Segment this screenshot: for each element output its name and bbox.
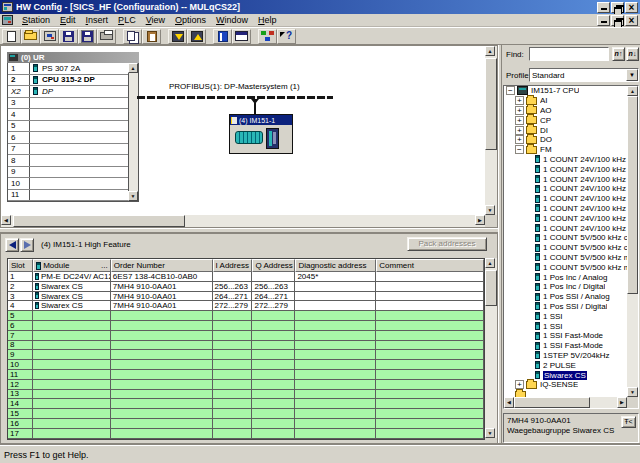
tree-item-1-count-24v-100-khz-cou[interactable]: 1 COUNT 24V/100 kHz cou <box>504 174 627 184</box>
table-row-slot-2[interactable]: 2Siwarex CS7MH4 910-0AA01256...263256...… <box>8 282 484 292</box>
download-button[interactable] <box>168 29 187 44</box>
table-row-slot-17[interactable]: 17 <box>8 429 484 439</box>
scroll-left-icon[interactable]: ◀ <box>504 397 514 408</box>
tree-item-1-count-24v-100-khz-me[interactable]: 1 COUNT 24V/100 kHz me <box>504 204 627 214</box>
expand-plus-icon[interactable]: + <box>515 106 524 115</box>
scroll-down-icon[interactable]: ▼ <box>627 387 638 397</box>
catalog-info-toggle-button[interactable]: Ŧ< <box>621 416 636 428</box>
table-row-slot-8[interactable]: 8 <box>8 341 484 351</box>
scroll-right-icon[interactable]: ▶ <box>617 397 627 408</box>
child-minimize-button[interactable] <box>597 15 610 26</box>
tree-item-1-ssi[interactable]: 1 SSI <box>504 311 627 321</box>
tree-item-im151-7-cpu[interactable]: −IM151-7 CPU <box>504 86 627 96</box>
restore-button[interactable] <box>611 2 624 13</box>
upper-horizontal-scrollbar[interactable]: ◀ ▶ <box>1 215 485 227</box>
copy-button[interactable] <box>123 29 142 44</box>
column-header-order-number[interactable]: Order Number <box>111 259 213 272</box>
rack-row-1[interactable]: 1PS 307 2A <box>8 63 128 75</box>
rack-row-7[interactable]: 7 <box>8 144 128 156</box>
scroll-up-icon[interactable]: ▲ <box>485 46 495 56</box>
open-button[interactable] <box>21 29 40 44</box>
scroll-down-icon[interactable]: ▼ <box>485 205 495 215</box>
rack-row-9[interactable]: 9 <box>8 167 128 179</box>
print-button[interactable] <box>97 29 116 44</box>
table-row-slot-9[interactable]: 9 <box>8 350 484 360</box>
menu-station[interactable]: Station <box>17 15 55 25</box>
tree-vertical-scrollbar[interactable]: ▲ ▼ <box>627 86 638 397</box>
tree-item-partial[interactable] <box>504 390 627 397</box>
next-slave-button[interactable] <box>20 238 34 252</box>
table-row-slot-15[interactable]: 15 <box>8 409 484 419</box>
table-row-slot-10[interactable]: 10 <box>8 360 484 370</box>
table-row-slot-11[interactable]: 11 <box>8 370 484 380</box>
tree-item-1step-5v-204khz[interactable]: 1STEP 5V/204kHz <box>504 351 627 361</box>
rack-scrollbar[interactable]: ▲ ▼ <box>128 63 138 201</box>
menu-help[interactable]: Help <box>253 15 282 25</box>
save-button[interactable] <box>59 29 78 44</box>
table-row-slot-13[interactable]: 13 <box>8 390 484 400</box>
expand-plus-icon[interactable]: + <box>515 116 524 125</box>
expand-plus-icon[interactable]: + <box>515 135 524 144</box>
table-row-slot-16[interactable]: 16 <box>8 419 484 429</box>
collapse-minus-icon[interactable]: − <box>506 86 515 95</box>
tree-item-1-count-24v-100-khz-me[interactable]: 1 COUNT 24V/100 kHz me <box>504 194 627 204</box>
tree-item-fm[interactable]: −FM <box>504 145 627 155</box>
menu-edit[interactable]: Edit <box>55 15 81 25</box>
tree-item-1-count-24v-100-khz-me[interactable]: 1 COUNT 24V/100 kHz me <box>504 213 627 223</box>
station-open-button[interactable] <box>40 29 59 44</box>
scrollbar-thumb[interactable] <box>627 96 638 294</box>
tree-item-1-count-5v-500-khz-mea[interactable]: 1 COUNT 5V/500 kHz mea <box>504 262 627 272</box>
table-row-slot-6[interactable]: 6 <box>8 321 484 331</box>
tree-item-1-count-5v-500-khz-cou[interactable]: 1 COUNT 5V/500 kHz cou <box>504 243 627 253</box>
network-button[interactable] <box>258 29 277 44</box>
menu-options[interactable]: Options <box>170 15 211 25</box>
scroll-up-icon[interactable]: ▲ <box>627 86 638 96</box>
collapse-minus-icon[interactable]: − <box>515 145 524 154</box>
table-vertical-scrollbar[interactable]: ▲ ▼ <box>485 258 497 438</box>
table-row-slot-7[interactable]: 7 <box>8 331 484 341</box>
scrollbar-thumb[interactable] <box>514 397 590 408</box>
column-header-comment[interactable]: Comment <box>376 259 484 272</box>
column-header-i-address[interactable]: I Address <box>213 259 253 272</box>
rack-row-X2[interactable]: X2DP <box>8 86 128 98</box>
dp-slave-im151-1[interactable]: (4) IM151-1 <box>229 114 293 154</box>
tree-item-do[interactable]: +DO <box>504 135 627 145</box>
tree-item-1-pos-ssi-digital[interactable]: 1 Pos SSI / Digital <box>504 302 627 312</box>
tree-item-1-count-5v-500-khz-mea[interactable]: 1 COUNT 5V/500 kHz mea <box>504 253 627 263</box>
find-previous-button[interactable]: n↓ <box>626 47 639 61</box>
upload-button[interactable] <box>187 29 206 44</box>
previous-slave-button[interactable] <box>5 238 19 252</box>
tree-item-1-count-24v-100-khz-cou[interactable]: 1 COUNT 24V/100 kHz cou <box>504 164 627 174</box>
paste-button[interactable] <box>142 29 161 44</box>
find-next-button[interactable]: n↑ <box>612 47 625 61</box>
new-button[interactable] <box>2 29 21 44</box>
catalog-button[interactable] <box>213 29 232 44</box>
column-header-q-address[interactable]: Q Address <box>252 259 295 272</box>
rack-row-3[interactable]: 3 <box>8 98 128 110</box>
tree-item-1-count-5v-500-khz-cou[interactable]: 1 COUNT 5V/500 kHz cou <box>504 233 627 243</box>
table-row-slot-14[interactable]: 14 <box>8 399 484 409</box>
tree-item-1-count-24v-100-khz-cou[interactable]: 1 COUNT 24V/100 kHz cou <box>504 184 627 194</box>
tree-item-cp[interactable]: +CP <box>504 115 627 125</box>
rack-row-10[interactable]: 10 <box>8 178 128 190</box>
minimize-button[interactable] <box>597 2 610 13</box>
scrollbar-thumb[interactable] <box>485 58 497 150</box>
menu-insert[interactable]: Insert <box>81 15 114 25</box>
child-restore-button[interactable] <box>611 15 624 26</box>
tree-item-1-ssi-fast-mode[interactable]: 1 SSI Fast-Mode <box>504 341 627 351</box>
tree-item-ao[interactable]: +AO <box>504 106 627 116</box>
tree-item-1-count-24v-100-khz-cou[interactable]: 1 COUNT 24V/100 kHz cou <box>504 155 627 165</box>
station-document-icon[interactable] <box>2 15 13 25</box>
column-header-slot[interactable]: Slot <box>8 259 33 272</box>
pack-addresses-button[interactable]: Pack addresses <box>407 237 487 251</box>
rack-row-8[interactable]: 8 <box>8 155 128 167</box>
column-header-diagnostic-address[interactable]: Diagnostic address <box>295 259 376 272</box>
scrollbar-thumb[interactable] <box>13 215 185 227</box>
tree-item-1-pos-inc-digital[interactable]: 1 Pos Inc / Digital <box>504 282 627 292</box>
rack-caption[interactable]: (0) UR <box>7 52 139 63</box>
tree-item-1-pos-inc-analog[interactable]: 1 Pos Inc / Analog <box>504 272 627 282</box>
rack-row-2[interactable]: 2CPU 315-2 DP <box>8 75 128 87</box>
tree-item-ai[interactable]: +AI <box>504 96 627 106</box>
tree-item-siwarex-cs[interactable]: Siwarex CS <box>504 370 627 380</box>
tree-item-di[interactable]: +DI <box>504 125 627 135</box>
